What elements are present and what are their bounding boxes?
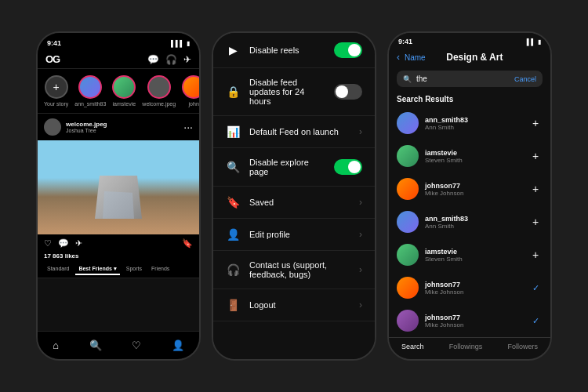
back-chevron-icon[interactable]: ‹ (397, 52, 400, 63)
user-avatar-4 (397, 244, 419, 266)
message-icon[interactable]: 💬 (147, 54, 159, 65)
post-info: welcome.jpeg Joshua Tree (66, 121, 179, 133)
battery-icon: ▮ (187, 40, 190, 47)
fullname-5: Mike Johnson (425, 289, 522, 296)
user-item-0[interactable]: ann_smith83Ann Smith+ (389, 107, 550, 140)
fullname-2: Mike Johnson (425, 190, 522, 197)
nav-home-icon[interactable]: ⌂ (53, 339, 59, 351)
stories-row: + Your story ann_smith83 iamstevie welco… (38, 69, 199, 114)
settings-item-icon-4: 🔖 (226, 196, 240, 209)
user-item-2[interactable]: johnson77Mike Johnson+ (389, 172, 550, 205)
story-label-4: john (189, 101, 199, 107)
user-avatar-6 (397, 310, 419, 332)
time-1: 9:41 (47, 39, 61, 47)
settings-item-label-4: Saved (249, 198, 350, 207)
settings-item-0[interactable]: ▶Disable reels (213, 33, 375, 68)
tab-search[interactable]: Search (401, 343, 424, 350)
user-item-6[interactable]: johnson77Mike Johnson✓ (389, 304, 550, 337)
user-avatar-3 (397, 211, 419, 233)
user-item-3[interactable]: ann_smith83Ann Smith+ (389, 205, 550, 238)
settings-item-label-7: Logout (249, 300, 350, 310)
story-2[interactable]: iamstevie (112, 75, 136, 107)
post-item: welcome.jpeg Joshua Tree ··· ♡ 💬 ✈ 🔖 17 … (38, 114, 199, 262)
tab-friends[interactable]: Friends (148, 264, 172, 275)
arrow-icon-2: › (359, 126, 362, 137)
story-1[interactable]: ann_smith83 (74, 75, 106, 107)
post-more-icon[interactable]: ··· (183, 121, 193, 133)
tab-sports[interactable]: Sports (123, 264, 145, 275)
post-building (95, 176, 142, 219)
bookmark-icon[interactable]: 🔖 (182, 238, 193, 249)
story-label-3: welcome.jpeg (142, 101, 176, 107)
post-likes: 17 863 likes (38, 252, 199, 262)
post-actions: ♡ 💬 ✈ 🔖 (38, 234, 199, 252)
status-icons-3: ▌▌ ▮ (527, 38, 541, 45)
phone-feed: 9:41 ▌▌▌ ▮ OG 💬 🎧 ✈ + Your story (36, 31, 201, 361)
battery-icon-3: ▮ (538, 38, 541, 45)
user-info-3: ann_smith83Ann Smith (425, 215, 522, 230)
nav-profile-icon[interactable]: 👤 (172, 339, 184, 351)
nav-heart-icon[interactable]: ♡ (132, 339, 141, 351)
done-button[interactable]: ✓ Done (397, 360, 543, 361)
nav-search-icon[interactable]: 🔍 (89, 339, 102, 351)
story-3[interactable]: welcome.jpeg (142, 75, 176, 107)
add-btn-0[interactable]: + (528, 117, 543, 129)
settings-item-3[interactable]: 🔍Disable explore page (213, 148, 375, 187)
headphone-icon[interactable]: 🎧 (165, 54, 177, 65)
toggle-3[interactable] (334, 159, 362, 175)
settings-item-label-1: Disable feed updates for 24 hours (249, 78, 325, 106)
settings-item-1[interactable]: 🔒Disable feed updates for 24 hours (213, 68, 375, 116)
story-your[interactable]: + Your story (44, 75, 68, 107)
add-btn-6[interactable]: ✓ (528, 316, 543, 326)
user-avatar-1 (397, 145, 419, 167)
airplane-icon[interactable]: ✈ (183, 54, 191, 65)
add-btn-3[interactable]: + (528, 216, 543, 228)
like-icon[interactable]: ♡ (44, 238, 52, 249)
user-avatar-0 (397, 112, 419, 134)
toggle-0[interactable] (334, 42, 362, 58)
user-info-1: iamstevieSteven Smith (425, 149, 522, 164)
add-btn-5[interactable]: ✓ (528, 283, 543, 293)
tab-followers[interactable]: Followers (507, 343, 538, 350)
user-item-5[interactable]: johnson77Mike Johnson✓ (389, 271, 550, 304)
add-btn-1[interactable]: + (528, 150, 543, 162)
tab-followings[interactable]: Followings (449, 343, 483, 350)
settings-item-2[interactable]: 📊Default Feed on launch› (213, 116, 375, 148)
user-avatar-2 (397, 178, 419, 200)
cancel-button[interactable]: Cancel (514, 75, 536, 83)
comment-icon[interactable]: 💬 (58, 238, 69, 249)
share-icon[interactable]: ✈ (75, 238, 82, 249)
search-input-3[interactable]: the (416, 74, 510, 83)
fullname-6: Mike Johnson (425, 321, 522, 328)
add-btn-2[interactable]: + (528, 183, 543, 195)
settings-item-icon-5: 👤 (226, 228, 240, 241)
user-info-6: johnson77Mike Johnson (425, 314, 522, 328)
username-6: johnson77 (425, 314, 522, 321)
user-item-1[interactable]: iamstevieSteven Smith+ (389, 140, 550, 172)
settings-item-4[interactable]: 🔖Saved› (213, 187, 375, 219)
status-bar-1: 9:41 ▌▌▌ ▮ (38, 33, 199, 50)
post-avatar (44, 118, 61, 136)
page-title-3: Design & Art (430, 52, 519, 63)
arrow-icon-6: › (359, 264, 362, 275)
signal-icon-3: ▌▌ (527, 38, 535, 45)
app-logo: OG (45, 53, 60, 65)
username-0: ann_smith83 (425, 116, 522, 124)
story-4[interactable]: john (182, 75, 199, 107)
add-btn-4[interactable]: + (528, 249, 543, 261)
settings-item-label-6: Contact us (support, feedback, bugs) (249, 260, 350, 279)
feed-tabs: Standard Best Friends ▾ Sports Friends (38, 262, 199, 278)
toggle-1[interactable] (334, 84, 362, 100)
user-item-4[interactable]: iamstevieSteven Smith+ (389, 238, 550, 271)
tab-standard[interactable]: Standard (44, 264, 72, 275)
settings-item-icon-3: 🔍 (226, 161, 240, 173)
user-avatar-5 (397, 277, 419, 299)
settings-item-7[interactable]: 🚪Logout› (213, 289, 375, 321)
bottom-nav-1: ⌂ 🔍 ♡ 👤 (38, 331, 199, 359)
settings-item-6[interactable]: 🎧Contact us (support, feedback, bugs)› (213, 251, 375, 289)
search-bar[interactable]: 🔍 the Cancel (397, 71, 543, 87)
back-label[interactable]: Name (405, 53, 426, 62)
tab-best-friends[interactable]: Best Friends ▾ (75, 264, 119, 275)
time-3: 9:41 (398, 38, 412, 45)
settings-item-5[interactable]: 👤Edit profile› (213, 219, 375, 251)
